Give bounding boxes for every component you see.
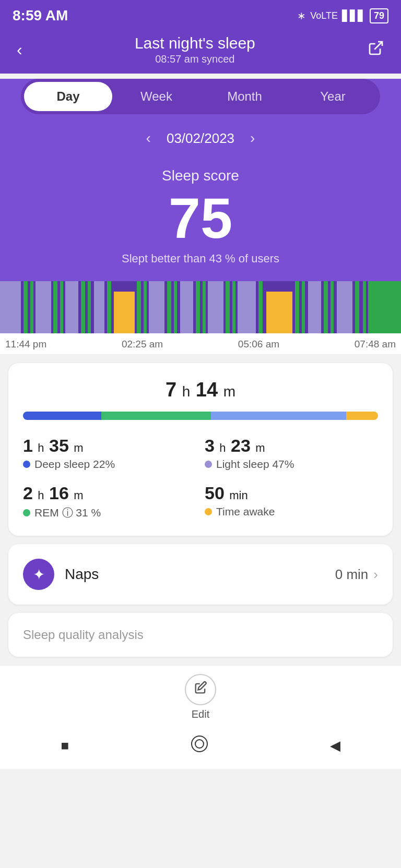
sync-status: 08:57 am synced — [135, 53, 255, 65]
svg-rect-32 — [324, 281, 328, 333]
svg-rect-14 — [114, 292, 135, 333]
edit-button[interactable]: Edit — [185, 674, 216, 720]
svg-rect-35 — [355, 281, 359, 333]
battery-indicator: 79 — [370, 8, 388, 23]
signal-icon: VoLTE — [310, 10, 338, 21]
tab-month[interactable]: Month — [200, 82, 289, 111]
svg-rect-23 — [208, 281, 223, 333]
light-dot — [205, 461, 212, 468]
svg-rect-37 — [368, 281, 401, 333]
square-button[interactable]: ■ — [61, 738, 69, 754]
back-button[interactable]: ‹ — [13, 36, 27, 64]
bluetooth-icon: ∗ — [297, 9, 306, 22]
naps-info: ✦ Naps — [23, 559, 99, 590]
svg-rect-34 — [337, 281, 352, 333]
purple-section: Day Week Month Year ‹ 03/02/2023 › Sleep… — [0, 79, 401, 281]
time-label-2: 02:25 am — [122, 339, 163, 350]
svg-rect-9 — [65, 281, 78, 333]
naps-icon: ✦ — [23, 559, 54, 590]
current-date: 03/02/2023 — [167, 130, 234, 147]
naps-value: 0 min — [335, 566, 369, 583]
stat-rem-sleep: 2 h 16 m REM ⓘ 31 % — [23, 483, 196, 520]
svg-rect-4 — [23, 281, 28, 333]
deep-sleep-label: Deep sleep 22% — [23, 458, 196, 471]
svg-rect-11 — [88, 281, 91, 333]
deep-dot — [23, 461, 30, 468]
time-label-1: 11:44 pm — [5, 339, 46, 350]
svg-rect-8 — [60, 281, 63, 333]
sleep-stats-grid: 1 h 35 m Deep sleep 22% 3 h 23 m Light s… — [23, 436, 378, 520]
time-label-3: 05:06 am — [238, 339, 279, 350]
sleep-chart — [0, 281, 401, 333]
svg-rect-15 — [137, 281, 141, 333]
stat-deep-sleep: 1 h 35 m Deep sleep 22% — [23, 436, 196, 471]
back-system-button[interactable]: ◀ — [330, 738, 340, 754]
home-button[interactable] — [191, 735, 208, 756]
svg-rect-5 — [30, 281, 33, 333]
date-navigator: ‹ 03/02/2023 › — [13, 125, 388, 157]
sleep-score-value: 75 — [13, 189, 388, 247]
rem-dot — [23, 509, 30, 516]
bar-deep — [23, 412, 101, 420]
edit-icon-container — [185, 674, 216, 705]
stat-time-awake: 50 min Time awake — [205, 483, 378, 520]
sleep-quality-label: Sleep quality analysis — [23, 628, 144, 642]
svg-rect-19 — [174, 281, 177, 333]
share-button[interactable] — [363, 35, 388, 65]
awake-dot — [205, 508, 212, 515]
header: ‹ Last night's sleep 08:57 am synced — [0, 29, 401, 74]
svg-rect-29 — [295, 281, 299, 333]
deep-sleep-value: 1 h 35 m — [23, 436, 196, 456]
sleep-quality-card[interactable]: Sleep quality analysis — [8, 613, 393, 657]
time-labels: 11:44 pm 02:25 am 05:06 am 07:48 am — [0, 333, 401, 355]
svg-rect-7 — [53, 281, 57, 333]
svg-rect-10 — [81, 281, 85, 333]
sleep-score-section: Sleep score 75 Slept better than 43 % of… — [13, 157, 388, 281]
svg-rect-18 — [167, 281, 171, 333]
light-sleep-value: 3 h 23 m — [205, 436, 378, 456]
stat-light-sleep: 3 h 23 m Light sleep 47% — [205, 436, 378, 471]
svg-rect-6 — [36, 281, 51, 333]
svg-rect-3 — [0, 281, 21, 333]
bottom-nav: Edit — [0, 665, 401, 726]
time-awake-value: 50 min — [205, 483, 378, 503]
svg-point-38 — [192, 736, 207, 752]
svg-rect-26 — [238, 281, 256, 333]
next-date-button[interactable]: › — [250, 130, 255, 147]
svg-rect-28 — [266, 292, 292, 333]
tab-year[interactable]: Year — [289, 82, 377, 111]
svg-line-0 — [374, 42, 382, 50]
svg-rect-24 — [226, 281, 230, 333]
sleep-stats-card: 7 h 14 m 1 h 35 m Deep sleep 22% — [8, 363, 393, 536]
naps-label: Naps — [65, 566, 99, 583]
system-nav-bar: ■ ◀ — [0, 726, 401, 769]
svg-rect-13 — [107, 281, 111, 333]
wifi-bars-icon: ▋▋▋ — [342, 9, 365, 22]
tab-day[interactable]: Day — [24, 82, 112, 111]
status-bar: 8:59 AM ∗ VoLTE ▋▋▋ 79 — [0, 0, 401, 29]
svg-rect-36 — [363, 281, 366, 333]
bar-awake — [346, 412, 378, 420]
edit-label: Edit — [192, 708, 209, 720]
time-awake-label: Time awake — [205, 505, 378, 518]
svg-rect-22 — [203, 281, 206, 333]
light-sleep-label: Light sleep 47% — [205, 458, 378, 471]
status-icons: ∗ VoLTE ▋▋▋ 79 — [297, 8, 388, 23]
total-sleep-value: 7 h 14 m — [23, 379, 378, 401]
star-icon: ✦ — [33, 566, 45, 583]
sleep-score-label: Sleep score — [13, 167, 388, 184]
rem-sleep-label: REM ⓘ 31 % — [23, 505, 196, 520]
prev-date-button[interactable]: ‹ — [146, 130, 151, 147]
cards-section: 7 h 14 m 1 h 35 m Deep sleep 22% — [0, 355, 401, 665]
naps-card[interactable]: ✦ Naps 0 min › — [8, 544, 393, 605]
header-center: Last night's sleep 08:57 am synced — [135, 34, 255, 65]
time-label-4: 07:48 am — [355, 339, 396, 350]
tab-week[interactable]: Week — [112, 82, 200, 111]
svg-rect-30 — [302, 281, 305, 333]
edit-icon — [193, 681, 208, 699]
tab-bar: Day Week Month Year — [21, 79, 380, 114]
svg-point-39 — [195, 740, 204, 748]
naps-value-container: 0 min › — [335, 566, 378, 583]
bar-rem — [101, 412, 211, 420]
status-time: 8:59 AM — [13, 7, 68, 24]
